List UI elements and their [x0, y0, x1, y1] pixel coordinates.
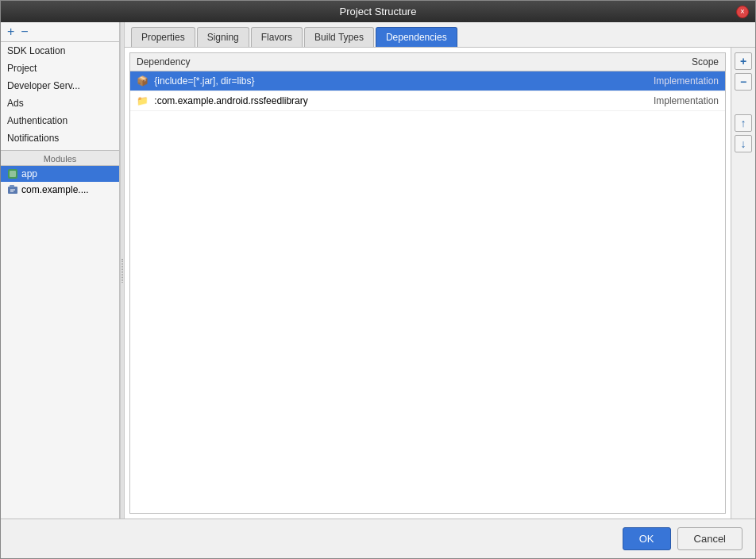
sidebar-item-notifications[interactable]: Notifications — [1, 129, 119, 147]
ok-button[interactable]: OK — [623, 527, 671, 550]
module-icon: 📁 — [137, 95, 148, 106]
tab-signing[interactable]: Signing — [197, 27, 249, 47]
dep-jar-cell: 📦 {include=[*.jar], dir=libs} — [130, 71, 546, 91]
lib-module-icon — [7, 184, 18, 195]
sidebar-item-sdk-location[interactable]: SDK Location — [1, 42, 119, 60]
table-row[interactable]: 📁 :com.example.android.rssfeedlibrary Im… — [130, 91, 725, 111]
sidebar-item-project[interactable]: Project — [1, 60, 119, 77]
content-area: + − SDK Location Project Developer Serv.… — [1, 22, 755, 519]
dep-add-button[interactable]: + — [735, 52, 752, 70]
main-panel: Properties Signing Flavors Build Types D… — [125, 22, 755, 519]
tabs-bar: Properties Signing Flavors Build Types D… — [125, 22, 755, 48]
bottom-bar: OK Cancel — [1, 519, 755, 558]
table-row[interactable]: 📦 {include=[*.jar], dir=libs} Implementa… — [130, 71, 725, 91]
dep-lib-label: :com.example.android.rssfeedlibrary — [154, 95, 307, 106]
dialog-title: Project Structure — [340, 6, 417, 17]
app-module-icon — [7, 168, 18, 179]
tab-dependencies[interactable]: Dependencies — [376, 27, 457, 47]
dep-remove-button[interactable]: − — [735, 73, 752, 91]
dep-jar-scope: Implementation — [546, 71, 725, 91]
dep-lib-scope: Implementation — [546, 91, 725, 111]
sidebar-add-button[interactable]: + — [6, 25, 16, 38]
sidebar-item-authentication[interactable]: Authentication — [1, 112, 119, 129]
dependencies-table-area: Dependency Scope 📦 {include=[*.jar], dir… — [129, 52, 726, 514]
project-structure-dialog: Project Structure × + − SDK Location Pro… — [0, 0, 756, 559]
table-header-row: Dependency Scope — [130, 53, 725, 71]
tab-properties[interactable]: Properties — [131, 27, 195, 47]
dependencies-table: Dependency Scope 📦 {include=[*.jar], dir… — [130, 53, 725, 111]
sidebar-module-app[interactable]: app — [1, 166, 119, 182]
dep-jar-label: {include=[*.jar], dir=libs} — [154, 75, 254, 87]
dep-move-down-button[interactable]: ↓ — [735, 135, 752, 152]
col-header-dependency: Dependency — [130, 53, 546, 71]
sidebar-remove-button[interactable]: − — [19, 25, 29, 38]
app-module-label: app — [21, 168, 37, 179]
sidebar-item-developer-services[interactable]: Developer Serv... — [1, 77, 119, 94]
dep-lib-cell: 📁 :com.example.android.rssfeedlibrary — [130, 91, 546, 111]
svg-rect-1 — [10, 171, 16, 177]
side-buttons-panel: + − ↑ ↓ — [731, 48, 755, 519]
svg-rect-3 — [10, 185, 14, 187]
jar-icon: 📦 — [137, 75, 148, 87]
cancel-button[interactable]: Cancel — [677, 527, 742, 550]
col-header-scope: Scope — [546, 53, 725, 71]
sidebar-item-ads[interactable]: Ads — [1, 94, 119, 112]
modules-section-label: Modules — [1, 150, 119, 166]
tab-build-types[interactable]: Build Types — [304, 27, 374, 47]
sidebar-module-com-example[interactable]: com.example.... — [1, 182, 119, 198]
tab-content-dependencies: Dependency Scope 📦 {include=[*.jar], dir… — [125, 48, 755, 519]
sidebar: + − SDK Location Project Developer Serv.… — [1, 22, 120, 519]
title-bar: Project Structure × — [1, 1, 755, 22]
com-example-module-label: com.example.... — [21, 184, 89, 195]
tab-flavors[interactable]: Flavors — [251, 27, 303, 47]
close-button[interactable]: × — [736, 6, 749, 18]
dep-move-up-button[interactable]: ↑ — [735, 114, 752, 132]
sidebar-toolbar: + − — [1, 22, 119, 42]
sidebar-items: SDK Location Project Developer Serv... A… — [1, 42, 119, 519]
